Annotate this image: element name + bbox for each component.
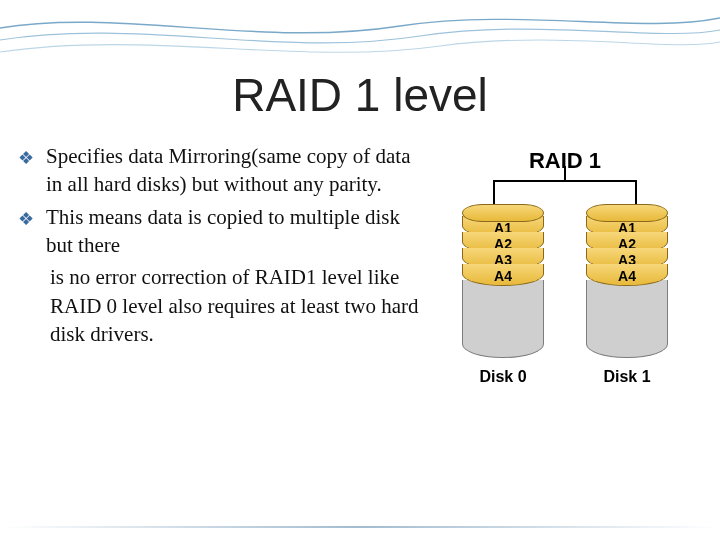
disk-top-icon <box>462 204 544 222</box>
bullet-continuation: is no error correction of RAID1 level li… <box>50 263 420 348</box>
disk-body-icon <box>586 280 668 358</box>
connector-lines <box>475 180 655 204</box>
bullet-list: ❖ Specifies data Mirroring(same copy of … <box>18 142 420 386</box>
disk-top-icon <box>586 204 668 222</box>
raid-diagram: RAID 1 A1 A2 A3 A4 Disk 0 A1 A2 A3 A4 <box>440 148 690 386</box>
diamond-bullet-icon: ❖ <box>18 203 46 260</box>
bullet-item: ❖ Specifies data Mirroring(same copy of … <box>18 142 420 199</box>
bullet-item: ❖ This means data is copied to multiple … <box>18 203 420 260</box>
disk-body-icon <box>462 280 544 358</box>
slide-title: RAID 1 level <box>0 68 720 122</box>
footer-decoration <box>0 526 720 528</box>
disk-label: Disk 1 <box>586 368 668 386</box>
disk-row: A1 A2 A3 A4 Disk 0 A1 A2 A3 A4 Disk 1 <box>462 204 668 386</box>
disk-label: Disk 0 <box>462 368 544 386</box>
disk-1: A1 A2 A3 A4 Disk 1 <box>586 204 668 386</box>
bullet-text: Specifies data Mirroring(same copy of da… <box>46 142 420 199</box>
bullet-text: This means data is copied to multiple di… <box>46 203 420 260</box>
diamond-bullet-icon: ❖ <box>18 142 46 199</box>
disk-0: A1 A2 A3 A4 Disk 0 <box>462 204 544 386</box>
content-area: ❖ Specifies data Mirroring(same copy of … <box>0 142 720 386</box>
